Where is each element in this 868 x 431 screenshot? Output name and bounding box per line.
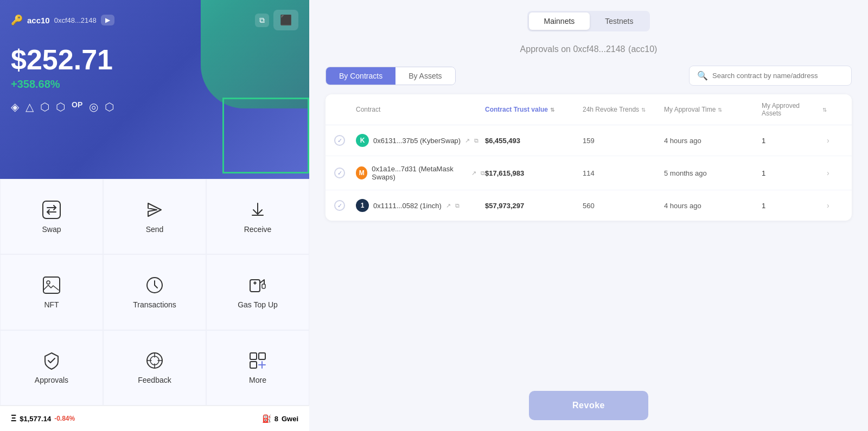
- assets-sort-icon[interactable]: ⇅: [822, 107, 827, 113]
- chain-icon-4[interactable]: ⬡: [56, 100, 65, 113]
- page-title-main: Approvals on 0xcf48...2148: [520, 44, 626, 54]
- chain-icon-5[interactable]: ◎: [89, 100, 98, 113]
- svg-rect-10: [250, 362, 257, 368]
- kyber-approval-time: 4 hours ago: [664, 137, 762, 145]
- table-row[interactable]: ✓ 1 0x1111...0582 (1inch) ↗ ⧉ $57,973,29…: [326, 190, 852, 221]
- transactions-icon: [145, 275, 164, 295]
- kyber-trust-value: $6,455,493: [485, 137, 583, 145]
- action-gas-top-up[interactable]: Gas Top Up: [206, 254, 309, 330]
- action-send[interactable]: Send: [103, 179, 206, 254]
- feedback-icon: [145, 351, 164, 370]
- 1inch-approval-time: 4 hours ago: [664, 202, 762, 210]
- table-header-row: By Contracts By Assets 🔍: [326, 66, 852, 86]
- metamask-row-arrow[interactable]: ›: [827, 169, 843, 177]
- chain-icon-1[interactable]: ◈: [11, 100, 19, 113]
- feedback-label: Feedback: [138, 376, 171, 384]
- approvals-icon: [42, 351, 61, 370]
- 1inch-approved-assets: 1: [762, 202, 827, 210]
- key-icon: 🔑: [11, 14, 23, 26]
- metamask-external-link[interactable]: ↗: [471, 170, 476, 177]
- export-button[interactable]: ⬛: [273, 10, 298, 30]
- metamask-approval-time: 5 months ago: [664, 169, 762, 177]
- table-row[interactable]: ✓ M 0x1a1e...7d31 (MetaMask Swaps) ↗ ⧉ $…: [326, 156, 852, 190]
- chain-icon-3[interactable]: ⬡: [40, 100, 49, 113]
- col-revoke-trends: 24h Revoke Trends ⇅: [583, 106, 664, 113]
- action-more[interactable]: More: [206, 330, 309, 406]
- search-input[interactable]: [712, 72, 844, 80]
- account-chevron-button[interactable]: ▶: [101, 15, 114, 25]
- contract-cell-metamask: M 0x1a1e...7d31 (MetaMask Swaps) ↗ ⧉: [356, 165, 485, 181]
- col-trust-value: Contract Trust value ⇅: [485, 106, 583, 113]
- row-checkbox-kyber[interactable]: ✓: [334, 135, 345, 146]
- metamask-contract-name: 0x1a1e...7d31 (MetaMask Swaps): [372, 165, 467, 181]
- gas-top-up-icon: [248, 275, 267, 295]
- contract-cell-kyber: K 0x6131...37b5 (KyberSwap) ↗ ⧉: [356, 134, 485, 147]
- eth-change: -0.84%: [54, 415, 75, 422]
- table-head: Contract Contract Trust value ⇅ 24h Revo…: [326, 94, 852, 125]
- col-approved-assets: My Approved Assets ⇅: [762, 102, 827, 117]
- view-tabs: By Contracts By Assets: [326, 67, 456, 85]
- revoke-sort-icon[interactable]: ⇅: [641, 107, 646, 113]
- kyber-external-link[interactable]: ↗: [465, 137, 470, 144]
- action-swap[interactable]: Swap: [0, 179, 103, 254]
- kyber-contract-name: 0x6131...37b5 (KyberSwap): [373, 137, 461, 145]
- swap-icon: [42, 200, 61, 220]
- 1inch-external-link[interactable]: ↗: [446, 202, 451, 209]
- row-checkbox-1inch[interactable]: ✓: [334, 200, 345, 211]
- nft-label: NFT: [44, 300, 59, 309]
- more-label: More: [249, 376, 266, 384]
- col-contract: Contract: [356, 106, 485, 113]
- svg-rect-8: [250, 353, 257, 359]
- svg-rect-0: [43, 201, 60, 218]
- metamask-approved-assets: 1: [762, 169, 827, 177]
- search-icon: 🔍: [697, 70, 708, 81]
- revoke-button-container: Revoke: [326, 380, 852, 420]
- trust-sort-icon[interactable]: ⇅: [550, 107, 554, 113]
- kyber-copy-button[interactable]: ⧉: [474, 137, 478, 144]
- account-name: acc10: [27, 16, 50, 25]
- chain-icon-op[interactable]: OP: [72, 100, 82, 113]
- tab-mainnets[interactable]: Mainnets: [529, 12, 590, 30]
- chain-icon-2[interactable]: △: [25, 100, 34, 113]
- more-icon: [248, 351, 267, 370]
- page-title-sub: (acc10): [628, 44, 657, 54]
- 1inch-row-arrow[interactable]: ›: [827, 201, 843, 210]
- gas-value: 8: [275, 415, 278, 423]
- action-receive[interactable]: Receive: [206, 179, 309, 254]
- action-feedback[interactable]: Feedback: [103, 330, 206, 406]
- account-address: 0xcf48...2148: [54, 16, 97, 24]
- action-approvals[interactable]: Approvals: [0, 330, 103, 406]
- 1inch-logo: 1: [356, 199, 369, 212]
- eth-price-value: $1,577.14: [20, 415, 51, 423]
- right-panel: Mainnets Testnets Approvals on 0xcf48...…: [309, 0, 868, 431]
- tab-testnets[interactable]: Testnets: [590, 12, 648, 30]
- metamask-copy-button[interactable]: ⧉: [481, 170, 485, 177]
- time-sort-icon[interactable]: ⇅: [718, 107, 722, 113]
- svg-rect-5: [262, 284, 265, 288]
- gas-top-up-label: Gas Top Up: [238, 300, 278, 309]
- receive-label: Receive: [244, 225, 272, 234]
- nft-icon: [42, 275, 61, 295]
- transactions-label: Transactions: [133, 300, 176, 309]
- tab-by-contracts[interactable]: By Contracts: [326, 67, 395, 85]
- metamask-logo: M: [356, 166, 367, 179]
- row-checkbox-metamask[interactable]: ✓: [334, 168, 345, 178]
- chain-icon-6[interactable]: ⬡: [105, 100, 114, 113]
- 1inch-copy-button[interactable]: ⧉: [455, 202, 459, 209]
- kyber-row-arrow[interactable]: ›: [827, 136, 843, 145]
- balance-amount: $252.71: [11, 43, 298, 76]
- action-transactions[interactable]: Transactions: [103, 254, 206, 330]
- table-row[interactable]: ✓ K 0x6131...37b5 (KyberSwap) ↗ ⧉ $6,455…: [326, 125, 852, 156]
- eth-price: Ξ $1,577.14 -0.84%: [11, 414, 75, 423]
- copy-address-button[interactable]: ⧉: [255, 14, 269, 27]
- col-approval-time: My Approval Time ⇅: [664, 106, 762, 113]
- svg-point-2: [47, 281, 50, 284]
- approvals-label: Approvals: [35, 376, 68, 384]
- tab-by-assets[interactable]: By Assets: [395, 67, 455, 85]
- revoke-button[interactable]: Revoke: [529, 391, 648, 420]
- actions-grid: Swap Send Receive NFT: [0, 179, 309, 406]
- action-nft[interactable]: NFT: [0, 254, 103, 330]
- network-tabs: Mainnets Testnets: [527, 11, 650, 31]
- left-panel: 🔑 acc10 0xcf48...2148 ▶ ⧉ ⬛ $252.71 +358…: [0, 0, 309, 431]
- page-title: Approvals on 0xcf48...2148 (acc10): [326, 42, 852, 55]
